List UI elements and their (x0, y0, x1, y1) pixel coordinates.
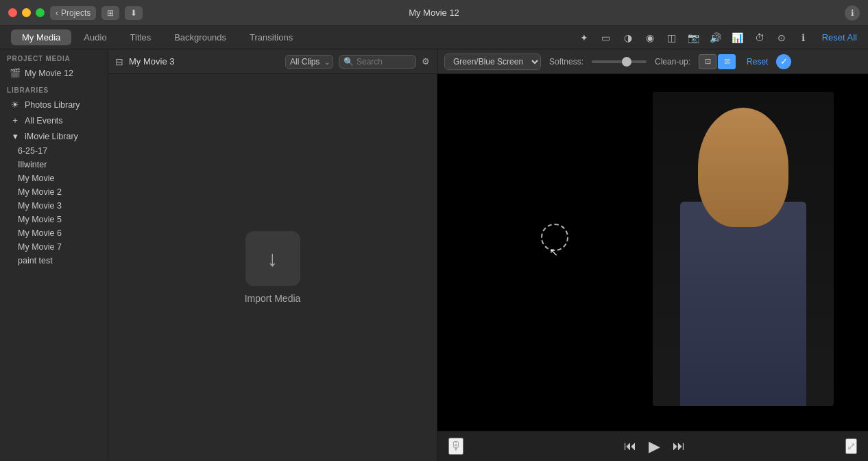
info-button[interactable]: ℹ (845, 5, 860, 21)
section-libraries: LIBRARIES (0, 81, 108, 97)
maximize-button[interactable] (36, 8, 45, 17)
sidebar: PROJECT MEDIA 🎬 My Movie 12 LIBRARIES ☀ … (0, 49, 108, 461)
sidebar-item-all-events[interactable]: + All Events (3, 113, 105, 128)
microphone-button[interactable]: 🎙 (448, 438, 463, 455)
sidebar-item-paint-test[interactable]: paint test (3, 254, 105, 268)
skip-to-end-button[interactable]: ⏭ (673, 439, 685, 453)
sidebar-item-photos-library[interactable]: ☀ Photos Library (3, 97, 105, 113)
sidebar-item-my-movie[interactable]: My Movie (3, 172, 105, 185)
close-button[interactable] (8, 8, 17, 17)
circle-icon[interactable]: ◑ (620, 30, 636, 45)
main-area: PROJECT MEDIA 🎬 My Movie 12 LIBRARIES ☀ … (0, 49, 868, 461)
reset-all-button[interactable]: Reset All (822, 32, 857, 43)
sidebar-toggle-icon[interactable]: ⊟ (115, 56, 123, 67)
cleanup-label: Clean-up: (655, 57, 690, 67)
keying-bar: Green/Blue Screen Softness: Clean-up: ⊡ … (437, 49, 868, 74)
tab-titles[interactable]: Titles (119, 29, 162, 45)
minimize-button[interactable] (22, 8, 31, 17)
sidebar-item-6-25-17[interactable]: 6-25-17 (3, 144, 105, 158)
sidebar-item-imovie-library[interactable]: ▾ iMovie Library (3, 128, 105, 144)
rewind-to-start-button[interactable]: ⏮ (624, 439, 636, 453)
confirm-button[interactable]: ✓ (776, 54, 791, 69)
sun-icon: ☀ (10, 99, 21, 110)
tab-transitions[interactable]: Transitions (239, 29, 304, 45)
sidebar-item-my-movie-3[interactable]: My Movie 3 (3, 199, 105, 213)
plus-icon: + (10, 115, 21, 126)
color-wheel-icon[interactable]: ◉ (642, 30, 658, 45)
audio-icon[interactable]: 🔊 (708, 30, 723, 45)
content-panel-title: My Movie 3 (129, 56, 280, 67)
sidebar-item-my-movie-5[interactable]: My Movie 5 (3, 213, 105, 226)
softness-thumb[interactable] (622, 57, 631, 67)
info-tool-icon[interactable]: ℹ (796, 30, 811, 45)
sidebar-item-my-movie-7[interactable]: My Movie 7 (3, 240, 105, 254)
tab-my-media[interactable]: My Media (11, 29, 71, 45)
cursor-arrow-icon: ↖ (549, 246, 558, 259)
camera-icon[interactable]: 📷 (686, 30, 701, 45)
preview-panel: Green/Blue Screen Softness: Clean-up: ⊡ … (437, 49, 868, 461)
softness-label: Softness: (549, 57, 583, 67)
gear-icon[interactable]: ⚙ (422, 56, 430, 67)
download-arrow-icon: ↓ (267, 246, 278, 272)
sidebar-item-illwinter[interactable]: Illwinter (3, 158, 105, 172)
sidebar-item-my-movie-2[interactable]: My Movie 2 (3, 185, 105, 199)
all-clips-selector-wrapper: All Clips (285, 55, 333, 69)
play-pause-button[interactable]: ▶ (649, 438, 660, 456)
sidebar-item-my-movie-6[interactable]: My Movie 6 (3, 226, 105, 240)
control-buttons: ⏮ ▶ ⏭ (624, 438, 685, 456)
import-label[interactable]: Import Media (245, 293, 301, 304)
search-icon: 🔍 (343, 57, 354, 67)
all-clips-selector[interactable]: All Clips (285, 55, 333, 69)
playback-controls: 🎙 ⏮ ▶ ⏭ ⤢ (437, 431, 868, 461)
chevron-down-icon: ▾ (10, 131, 21, 141)
keying-mode-selector[interactable]: Green/Blue Screen (444, 54, 541, 70)
cleanup-btn-right[interactable]: ⊠ (718, 54, 736, 69)
wand-icon[interactable]: ✦ (577, 30, 592, 45)
grid-view-button[interactable]: ⊞ (101, 6, 119, 20)
softness-slider[interactable] (592, 60, 647, 63)
import-area: ↓ Import Media (108, 74, 437, 461)
traffic-lights (8, 8, 45, 17)
title-bar: ‹ Projects ⊞ ⬇ My Movie 12 ℹ (0, 0, 868, 26)
tab-audio[interactable]: Audio (73, 29, 117, 45)
cleanup-btn-left[interactable]: ⊡ (699, 54, 716, 69)
cleanup-buttons: ⊡ ⊠ (699, 54, 736, 69)
toolbar-icons: ✦ ▭ ◑ ◉ ◫ 📷 🔊 📊 ⏱ ⊙ ℹ Reset All (577, 30, 857, 45)
speed-icon[interactable]: ⏱ (752, 30, 767, 45)
import-button[interactable]: ⬇ (125, 6, 143, 20)
video-canvas: ↖ (437, 74, 868, 431)
softness-track (592, 60, 647, 63)
media-tabs: My Media Audio Titles Backgrounds Transi… (11, 29, 304, 45)
chevron-left-icon: ‹ (56, 8, 58, 18)
robot-icon[interactable]: ⊙ (774, 30, 789, 45)
content-panel: ⊟ My Movie 3 All Clips 🔍 ⚙ ↓ Import Medi… (108, 49, 437, 461)
content-header: ⊟ My Movie 3 All Clips 🔍 ⚙ (108, 49, 437, 74)
film-icon: 🎬 (10, 68, 21, 78)
section-project-media: PROJECT MEDIA (0, 49, 108, 65)
reset-button[interactable]: Reset (747, 57, 768, 67)
tab-backgrounds[interactable]: Backgrounds (163, 29, 237, 45)
video-preview: ↖ (437, 74, 868, 431)
tab-bar: My Media Audio Titles Backgrounds Transi… (0, 26, 868, 49)
crop-icon[interactable]: ▭ (599, 30, 614, 45)
trim-icon[interactable]: ◫ (664, 30, 679, 45)
import-icon-box[interactable]: ↓ (245, 231, 300, 286)
search-input[interactable] (357, 57, 411, 67)
window-title: My Movie 12 (409, 8, 459, 18)
chart-icon[interactable]: 📊 (730, 30, 745, 45)
search-box: 🔍 (339, 55, 416, 69)
sidebar-item-my-movie-12[interactable]: 🎬 My Movie 12 (3, 65, 105, 81)
fullscreen-button[interactable]: ⤢ (845, 438, 857, 454)
projects-button[interactable]: ‹ Projects (50, 6, 96, 20)
